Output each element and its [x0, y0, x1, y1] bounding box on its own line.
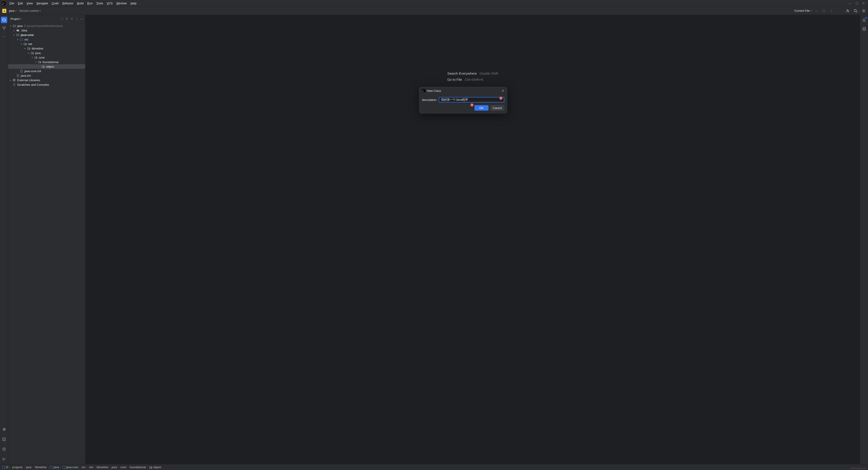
services-tool-button[interactable] — [1, 426, 7, 433]
more-tool-button[interactable]: ⋯ — [1, 33, 7, 39]
breadcrumb-item[interactable]: projects — [12, 466, 23, 469]
package-icon — [149, 466, 152, 469]
right-toolwindow-bar — [860, 15, 868, 464]
breadcrumb-item[interactable]: java — [50, 466, 59, 469]
tree-item-core[interactable]: ▾core — [8, 55, 85, 60]
breadcrumb-item[interactable]: object — [149, 466, 161, 469]
menu-file[interactable]: File — [8, 1, 16, 6]
close-icon[interactable]: ✕ — [862, 2, 865, 5]
breadcrumb-item[interactable]: foundational — [130, 466, 146, 469]
tree-arrow-icon[interactable]: ▾ — [21, 43, 24, 45]
menu-tools[interactable]: Tools — [94, 1, 105, 6]
tree-item-net[interactable]: ▾net — [8, 41, 85, 46]
hide-sidebar-icon[interactable]: — — [80, 17, 83, 21]
chevron-right-icon: › — [87, 466, 88, 468]
svg-rect-1 — [2, 4, 3, 4]
breadcrumb-item[interactable]: core — [121, 466, 126, 469]
project-selector[interactable]: java ▾ — [9, 9, 17, 12]
tree-item-foundational[interactable]: ▾foundational — [8, 60, 85, 64]
menu-run[interactable]: Run — [86, 1, 94, 6]
sidebar-more-icon[interactable]: ⋮ — [75, 17, 78, 21]
svg-marker-12 — [4, 429, 5, 430]
menu-view[interactable]: View — [25, 1, 35, 6]
structure-tool-button[interactable] — [1, 25, 7, 31]
breadcrumb-item[interactable]: java — [26, 466, 31, 469]
menu-edit[interactable]: Edit — [16, 1, 25, 6]
breadcrumb-label: ittimeline — [96, 466, 108, 469]
menu-code[interactable]: Code — [50, 1, 61, 6]
tree-arrow-icon[interactable]: ▸ — [10, 79, 13, 82]
tree-item-java-core[interactable]: ▾java-core — [8, 33, 85, 37]
tree-item-object[interactable]: object — [8, 64, 85, 69]
tree-arrow-icon[interactable]: ▾ — [13, 34, 16, 36]
svg-point-3 — [4, 3, 4, 4]
chevron-right-icon: › — [10, 466, 11, 468]
svg-point-17 — [4, 459, 5, 460]
cancel-button[interactable]: Cancel — [490, 105, 504, 111]
select-opened-file-icon[interactable] — [60, 17, 64, 21]
scratch-icon — [13, 83, 16, 86]
module-icon — [50, 466, 53, 469]
tree-arrow-icon[interactable]: ▾ — [10, 25, 13, 27]
collapse-all-icon[interactable] — [70, 17, 73, 21]
breadcrumb-item[interactable]: java — [112, 466, 117, 469]
debug-icon[interactable] — [822, 9, 826, 13]
tree-arrow-icon[interactable]: ▾ — [35, 61, 38, 63]
run-icon[interactable]: ▷ — [816, 9, 818, 12]
breadcrumb-item[interactable]: net — [89, 466, 93, 469]
menu-help[interactable]: Help — [129, 1, 138, 6]
tree-item-java.iml[interactable]: java.iml — [8, 73, 85, 78]
version-control-label: Version control — [19, 9, 39, 12]
menu-build[interactable]: Build — [75, 1, 86, 6]
description-input[interactable] — [439, 97, 504, 102]
tree-item-External Libraries[interactable]: ▸External Libraries — [8, 78, 85, 82]
menu-navigate[interactable]: Navigate — [35, 1, 50, 6]
menu-vcs[interactable]: VCS — [105, 1, 115, 6]
maximize-icon[interactable]: ☐ — [856, 2, 858, 5]
vcs-tool-button[interactable] — [1, 456, 7, 462]
tree-item-.idea[interactable]: ▸.idea — [8, 28, 85, 33]
tree-item-src[interactable]: ▾src — [8, 37, 85, 41]
notifications-icon[interactable] — [861, 17, 867, 23]
code-with-me-icon[interactable] — [845, 9, 849, 13]
run-config-selector[interactable]: Current File ▾ — [794, 9, 812, 12]
tree-item-java-core.iml[interactable]: java-core.iml — [8, 69, 85, 73]
settings-icon[interactable] — [862, 9, 866, 13]
search-icon[interactable] — [854, 9, 858, 13]
breadcrumb-item[interactable]: ittimeline — [96, 466, 108, 469]
problems-tool-button[interactable] — [1, 446, 7, 452]
terminal-tool-button[interactable] — [1, 436, 7, 442]
breadcrumb-item[interactable]: ittimeline — [35, 466, 46, 469]
project-view-selector[interactable]: Project ▾ — [10, 17, 22, 21]
tree-item-Scratches and Consoles[interactable]: Scratches and Consoles — [8, 82, 85, 87]
tree-arrow-icon[interactable]: ▾ — [28, 52, 31, 54]
tree-item-ittimeline[interactable]: ▾ittimeline — [8, 46, 85, 51]
breadcrumb-item[interactable]: D: — [2, 466, 9, 469]
dialog-close-icon[interactable]: ✕ — [502, 89, 504, 92]
breadcrumb-item[interactable]: java-core — [62, 466, 78, 469]
folder-icon — [16, 29, 20, 32]
database-icon[interactable] — [861, 26, 867, 32]
dialog-title: New Class — [427, 89, 441, 92]
tree-arrow-icon[interactable]: ▾ — [32, 56, 34, 59]
expand-all-icon[interactable] — [65, 17, 68, 21]
project-view-label: Project — [10, 17, 20, 21]
project-tree[interactable]: ▾javaD:\projects\java\ittimeline\java▸.i… — [8, 23, 85, 464]
tree-item-label: ittimeline — [32, 47, 43, 50]
ok-button[interactable]: OK — [474, 105, 489, 111]
tree-arrow-icon[interactable]: ▸ — [13, 29, 16, 32]
breadcrumb-item[interactable]: src — [82, 466, 86, 469]
tree-item-java[interactable]: ▾javaD:\projects\java\ittimeline\java — [8, 24, 85, 28]
package-icon — [24, 42, 27, 46]
tree-arrow-icon[interactable]: ▾ — [24, 47, 27, 50]
svg-rect-9 — [4, 27, 5, 28]
chevron-right-icon: › — [119, 466, 119, 468]
menu-window[interactable]: Window — [115, 1, 129, 6]
menu-refactor[interactable]: Refactor — [61, 1, 75, 6]
version-control-button[interactable]: Version control ▾ — [19, 9, 41, 12]
project-tool-button[interactable] — [1, 17, 7, 23]
more-icon[interactable]: ⋮ — [830, 9, 833, 12]
tree-item-java[interactable]: ▾java — [8, 51, 85, 55]
tree-arrow-icon[interactable]: ▾ — [17, 38, 20, 41]
minimize-icon[interactable]: — — [848, 2, 851, 5]
